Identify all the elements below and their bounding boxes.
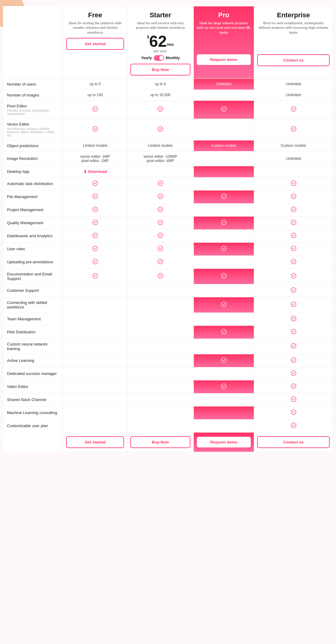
check-icon	[92, 274, 98, 279]
feature-text-value: Unlimited	[258, 157, 329, 161]
feature-row: Dashboards and Analytics	[3, 229, 333, 242]
bottom-free-cta-button[interactable]: Get started	[66, 436, 124, 448]
check-icon	[158, 107, 163, 113]
feature-value-cell: Unlimited	[193, 79, 254, 89]
feature-row: Customizable user plan	[3, 419, 333, 432]
feature-label-text: Custom neural network training	[7, 342, 59, 351]
check-icon	[92, 107, 98, 113]
feature-value-cell	[63, 203, 127, 216]
check-icon	[158, 274, 163, 279]
feature-label-text: Uploading pre-annotations	[7, 260, 59, 264]
check-icon	[92, 247, 98, 252]
check-icon	[291, 208, 296, 213]
bottom-free-cell: Get started	[63, 432, 127, 452]
feature-label-text: Pilot Distribution	[7, 330, 59, 334]
feature-value-cell: Custom models	[193, 140, 254, 151]
feature-value-cell	[127, 393, 193, 406]
feature-value-cell: Limited models	[127, 140, 193, 151]
feature-label-text: Number of images	[7, 93, 59, 97]
feature-label-text: Shared Slack Channel	[7, 397, 59, 402]
billing-toggle-switch[interactable]	[154, 55, 164, 61]
feature-value-cell	[63, 284, 127, 297]
check-icon	[92, 260, 98, 265]
feature-value-cell	[193, 312, 254, 325]
download-icon: ⬇	[83, 169, 87, 174]
download-button[interactable]: ⬇ Download	[83, 169, 107, 174]
feature-value-cell	[254, 190, 333, 203]
plan-pro-desc: Ideal for large volume projects with no …	[197, 21, 251, 35]
starter-cta-button[interactable]: Buy Now	[130, 64, 190, 76]
feature-row: Documentation and Email Support	[3, 268, 333, 284]
bottom-starter-cta-button[interactable]: Buy Now	[130, 436, 190, 448]
check-icon	[291, 260, 296, 265]
feature-label-cell: Pilot Distribution	[3, 325, 63, 339]
feature-value-cell	[63, 255, 127, 268]
bottom-enterprise-cta-button[interactable]: Contact us	[257, 436, 330, 448]
check-icon	[291, 182, 296, 187]
plan-free-desc: Ideal for testing the platform with smal…	[66, 21, 124, 35]
feature-row: Number of imagesup to 100up to 10,000Unl…	[3, 89, 333, 100]
feature-value-cell	[193, 380, 254, 393]
check-icon	[221, 372, 227, 377]
feature-value-cell	[193, 229, 254, 242]
pro-cta-button[interactable]: Request demo	[197, 54, 251, 65]
feature-row: Image Resolutionvector editor -1MPpixel …	[3, 151, 333, 166]
feature-value-cell: Unlimited	[254, 79, 333, 89]
feature-row: Desktop App⬇ Download	[3, 166, 333, 177]
plan-free-name: Free	[66, 11, 124, 19]
feature-row: Vector Editorbounding box, polygon, poly…	[3, 119, 333, 140]
check-icon	[221, 195, 227, 200]
feature-value-cell	[63, 190, 127, 203]
feature-row: Team Management	[3, 312, 333, 325]
feature-label-text: Customizable user plan	[7, 423, 59, 428]
feature-label-text: Object predictions	[7, 143, 59, 148]
feature-text-value: vector editor -100MP	[131, 154, 190, 159]
feature-label-text: Machine Learning consulting	[7, 410, 59, 415]
free-cta-button[interactable]: Get started	[66, 38, 124, 50]
check-icon	[158, 208, 163, 213]
feature-value-cell: up to 100	[63, 89, 127, 100]
feature-sub-text: includes semantic and panoptic segmentat…	[7, 109, 59, 116]
feature-row: Dedicated success manager	[3, 367, 333, 380]
bottom-pro-cta-button[interactable]: Request demo	[197, 437, 251, 447]
check-icon	[221, 303, 227, 308]
feature-value-cell	[63, 177, 127, 190]
feature-value-cell	[63, 229, 127, 242]
feature-value-cell	[127, 367, 193, 380]
feature-row: Automatic task distribution	[3, 177, 333, 190]
check-icon	[221, 385, 227, 390]
feature-label-cell: Object predictions	[3, 140, 63, 151]
feature-value-cell	[63, 380, 127, 393]
feature-value-cell	[127, 190, 193, 203]
feature-row: Customer Support	[3, 284, 333, 297]
feature-value-cell: Custom models	[254, 140, 333, 151]
feature-label-cell: Machine Learning consulting	[3, 406, 63, 419]
billing-yearly-label: Yearly	[141, 56, 152, 60]
feature-value-cell	[254, 297, 333, 312]
feature-value-cell	[193, 325, 254, 339]
feature-value-cell	[193, 177, 254, 190]
feature-value-cell	[193, 203, 254, 216]
feature-value-cell	[127, 312, 193, 325]
feature-label-text: Video Editor	[7, 384, 59, 389]
feature-value-cell: Unlimited	[254, 89, 333, 100]
check-icon	[291, 372, 296, 377]
feature-label-cell: Shared Slack Channel	[3, 393, 63, 406]
feature-value-cell	[193, 367, 254, 380]
feature-text-value: Limited models	[67, 143, 123, 148]
check-icon	[221, 234, 227, 239]
feature-value-cell: vector editor -1MPpixel editor -1MP	[63, 151, 127, 166]
feature-row: Custom neural network training	[3, 339, 333, 354]
plan-enterprise-desc: Best for well-established, strategically…	[257, 21, 330, 35]
check-icon	[291, 303, 296, 308]
feature-value-cell	[254, 268, 333, 284]
feature-text-value: Unlimited	[258, 82, 329, 86]
feature-value-cell	[254, 255, 333, 268]
feature-text-value: pixel editor -4MP	[131, 159, 190, 163]
feature-text-value: Custom models	[197, 143, 250, 148]
enterprise-cta-button[interactable]: Contact us	[257, 54, 330, 66]
feature-label-text: Pixel Editor	[7, 104, 59, 108]
check-icon	[291, 424, 296, 429]
feature-value-cell	[254, 380, 333, 393]
feature-label-text: Vector Editor	[7, 122, 59, 126]
